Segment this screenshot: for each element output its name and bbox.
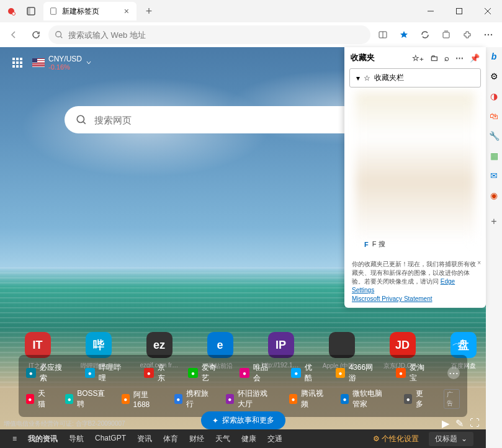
sponsored-link[interactable]: ●怀旧游戏大厅 [226,388,273,410]
address-input[interactable] [68,30,364,40]
currency-widget[interactable]: CNY/USD -0.16% [32,55,92,71]
favorite-item[interactable]: F F 搜 [364,240,385,249]
add-favorite-icon[interactable]: ☆₊ [412,53,424,63]
play-icon[interactable]: ▶ [442,418,449,429]
nav-item[interactable]: 我的资讯 [28,434,58,444]
edit-bg-icon[interactable]: ✎ [455,418,464,429]
currency-pair: CNY/USD [48,55,82,63]
page-search-box[interactable] [65,106,362,133]
shopping-icon[interactable]: 🛍 [488,110,500,122]
search-favorites-icon[interactable]: ⌕ [444,53,449,63]
sidebar-item-1[interactable]: ◑ [488,91,500,102]
favorites-blurred-content [356,92,475,241]
address-bar[interactable] [48,25,370,44]
edge-sidebar: b ⚙ ◑ 🛍 🔧 ▦ ✉ ◉ + [486,47,502,448]
bing-icon[interactable]: b [488,51,500,62]
nav-item[interactable]: ChatGPT [95,434,126,444]
menu-icon[interactable]: ≡ [12,434,17,443]
sponsored-link[interactable]: ●4366网游 [336,362,380,383]
sponsored-link[interactable]: ●必应搜索 [26,362,69,383]
workspaces-button[interactable] [22,2,40,20]
refresh-button[interactable] [26,25,46,45]
back-button[interactable] [4,25,24,45]
nav-item[interactable]: 导航 [69,434,84,444]
compass-icon: ✦ [212,416,218,425]
minimize-button[interactable] [416,0,445,22]
nav-item[interactable]: 交通 [267,434,282,444]
sponsored-link[interactable]: ●哔哩哔哩 [85,362,128,383]
sponsored-link[interactable]: ●更多 [404,388,427,410]
add-sidebar-icon[interactable]: + [488,216,500,227]
search-icon [76,114,87,125]
games-icon[interactable]: ▦ [488,150,500,161]
nav-bar: ≡ 我的资讯导航ChatGPT资讯体育财经天气健康交通 ⚙ 个性化设置 仅标题 … [0,429,486,448]
search-icon [55,30,63,39]
split-screen-button[interactable] [373,25,393,45]
browser-tab[interactable]: 新建标签页 × [43,2,137,20]
sync-button[interactable] [415,25,435,45]
privacy-statement-link[interactable]: Miscrosoft Privacy Statement [352,295,432,302]
favorites-button[interactable] [394,25,414,45]
favorites-bar-row[interactable]: ▾ ☆ 收藏夹栏 [349,68,481,87]
svg-rect-2 [51,8,56,15]
star-outline-icon: ☆ [364,74,370,83]
window-controls [416,0,502,22]
more-button[interactable] [478,25,498,45]
scroll-up-icon[interactable]: ︿ [452,338,461,349]
nav-item[interactable]: 体育 [163,434,178,444]
sponsored-link[interactable]: ●爱淘宝 [396,362,431,383]
sponsored-link[interactable]: ●微软电脑管家 [341,388,388,410]
titlebar: 新建标签页 × + [0,0,502,22]
explore-button[interactable]: ✦ 探索故事和更多 [201,411,285,429]
sponsored-link[interactable]: ●BOSS直聘 [65,388,105,410]
collections-button[interactable] [436,25,456,45]
sponsored-link[interactable]: ●京东 [144,362,172,383]
sponsored-link[interactable]: ●天猫 [26,388,49,410]
svg-point-7 [56,32,61,37]
svg-line-8 [61,37,63,38]
tab-title: 新建标签页 [62,6,99,17]
sponsored-link[interactable]: ●携程旅行 [174,388,210,410]
settings-icon[interactable]: ⚙ [488,71,500,82]
outlook-icon[interactable]: ✉ [488,170,500,181]
nav-item[interactable]: 资讯 [137,434,152,444]
extensions-button[interactable] [457,25,477,45]
svg-line-17 [83,122,85,123]
sponsored-link[interactable]: ●爱奇艺 [188,362,223,383]
svg-point-16 [77,115,84,122]
sponsored-link[interactable]: ●唯品会 [240,362,275,383]
us-flag-icon [32,58,45,67]
links-more-icon[interactable]: ⋯ [447,367,460,379]
svg-point-14 [488,34,489,35]
sponsored-link[interactable]: ●阿里1688 [122,390,158,409]
favorites-title: 收藏夹 [351,52,375,63]
new-tab-button[interactable]: + [140,2,158,20]
nav-item[interactable]: 财经 [189,434,204,444]
nav-item[interactable]: 天气 [215,434,230,444]
tab-close-button[interactable]: × [122,5,132,17]
personalize-link[interactable]: ⚙ 个性化设置 [373,434,419,444]
tab-area: 新建标签页 × + [0,0,416,22]
office-icon[interactable]: ◉ [488,190,500,201]
close-window-button[interactable] [473,0,502,22]
maximize-button[interactable] [445,0,473,22]
chevron-down-icon [86,60,92,66]
close-icon[interactable]: × [477,259,481,267]
tab-page-icon [48,6,58,16]
nav-item[interactable]: 健康 [241,434,256,444]
page-search-input[interactable] [94,115,351,125]
profile-indicator[interactable] [2,2,20,20]
fullscreen-icon[interactable]: ⛶ [470,418,480,429]
favorites-panel: 收藏夹 ☆₊ 🗀 ⌕ ⋯ 📌 ▾ ☆ 收藏夹栏 F F 搜 × 你的收藏夹已更新… [344,47,486,308]
svg-rect-11 [443,32,449,38]
add-folder-icon[interactable]: 🗀 [430,53,438,63]
sponsored-link[interactable]: ●腾讯视频 [289,388,325,410]
tools-icon[interactable]: 🔧 [488,130,500,141]
pin-icon[interactable]: 📌 [470,53,480,63]
currency-change: -0.16% [48,63,82,71]
favorites-more-icon[interactable]: ⋯ [455,53,464,63]
chevron-down-icon: ⌄ [461,434,467,443]
apps-grid-icon[interactable] [12,58,22,68]
sponsored-link[interactable]: ●优酷 [291,362,319,383]
layout-dropdown[interactable]: 仅标题 ⌄ [429,432,473,446]
